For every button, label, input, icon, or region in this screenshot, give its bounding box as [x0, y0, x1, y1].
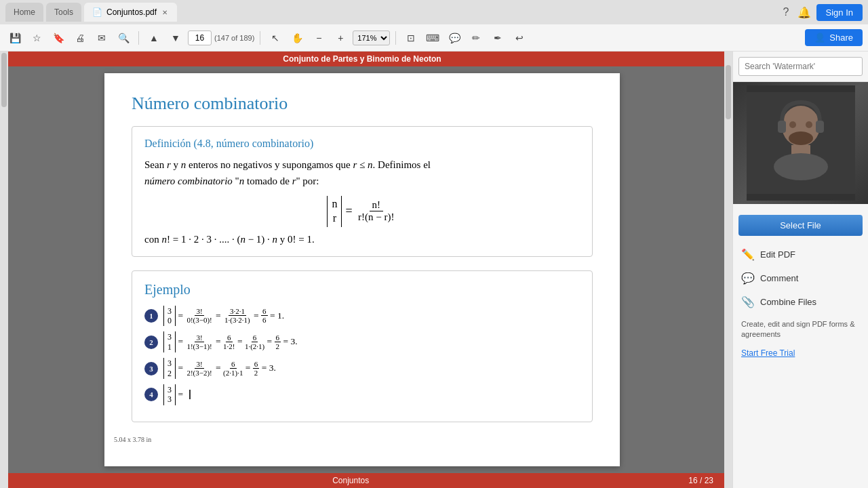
pdf-header-text: Conjunto de Partes y Binomio de Neoton: [283, 54, 441, 64]
toolbar: 💾 ☆ 🔖 🖨 ✉ 🔍 ▲ ▼ (147 of 189) ↖ ✋ − + 171…: [0, 24, 868, 52]
example-item-4: 4 33 = |: [144, 384, 580, 405]
bullet-4: 4: [144, 388, 158, 401]
cursor-tool-icon[interactable]: ↖: [266, 28, 285, 47]
start-trial-link[interactable]: Start Free Trial: [738, 346, 863, 361]
left-scroll[interactable]: [0, 52, 8, 488]
binomial-formula: n r = n! r!(n − r)!: [144, 196, 580, 227]
zoom-icon[interactable]: 🔍: [114, 28, 133, 47]
webcam-svg: [747, 85, 855, 201]
pdf-footer-center-label: Conjuntos: [332, 476, 369, 485]
search-watermark-input[interactable]: [738, 57, 863, 76]
keyboard-icon[interactable]: ⌨: [423, 28, 442, 47]
example-item-1: 1 30 = 3! 0!(3−0)! = 3·2·1 1·(3·2·1): [144, 306, 580, 327]
print-icon[interactable]: 🖨: [71, 28, 90, 47]
share-label: Share: [829, 33, 853, 43]
hand-tool-icon[interactable]: ✋: [288, 28, 307, 47]
bookmark2-icon[interactable]: 🔖: [49, 28, 68, 47]
factorials-line: con n! = 1 · 2 · 3 · .... · (n − 1) · n …: [144, 234, 580, 245]
comment-tool-icon[interactable]: 💬: [445, 28, 464, 47]
panel-actions: Select File ✏️ Edit PDF 💬 Comment 📎 Comb…: [733, 209, 868, 366]
math-2: 31 = 3! 1!(3−1)! = 6 1·2! =: [163, 331, 298, 352]
math-1: 30 = 3! 0!(3−0)! = 3·2·1 1·(3·2·1) =: [163, 306, 284, 327]
edit-pdf-item[interactable]: ✏️ Edit PDF: [738, 243, 863, 266]
page-number-input[interactable]: [188, 30, 212, 45]
pdf-footer: . Conjuntos 16 / 23: [0, 473, 724, 488]
svg-rect-9: [747, 85, 855, 92]
webcam-area: [733, 82, 868, 204]
page-size-indicator: 5.04 x 3.78 in: [111, 434, 154, 445]
math-3: 32 = 3! 2!(3−2)! = 6 (2·1)·1 =: [163, 358, 276, 379]
definition-box: Definición (4.8, número combinatorio) Se…: [132, 126, 593, 257]
next-page-icon[interactable]: ▼: [166, 28, 185, 47]
combine-icon: 📎: [741, 296, 755, 308]
draw-icon[interactable]: ✒: [488, 28, 507, 47]
highlight-icon[interactable]: ✏: [467, 28, 486, 47]
zoom-select[interactable]: 171% 100% 150%: [353, 30, 390, 45]
pdf-footer-right-label: 16 / 23: [688, 476, 713, 485]
tab-bar: Home Tools 📄 Conjuntos.pdf ✕ ? 🔔 Sign In: [0, 0, 868, 24]
svg-rect-10: [747, 194, 855, 201]
separator-1: [138, 31, 139, 45]
webcam-video: [733, 82, 868, 204]
main-area: Conjunto de Partes y Binomio de Neoton N…: [0, 52, 868, 488]
example-box: Ejemplo 1 30 = 3! 0!(3−0)! = 3·2·1: [132, 270, 593, 422]
tab-tools[interactable]: Tools: [46, 3, 81, 22]
select-file-button[interactable]: Select File: [738, 215, 863, 236]
page-info-label: (147 of 189): [214, 34, 254, 42]
help-icon[interactable]: ?: [781, 3, 792, 21]
tab-tools-label: Tools: [54, 7, 73, 17]
separator-2: [260, 31, 260, 45]
definition-title: Definición (4.8, número combinatorio): [144, 138, 580, 150]
search-bar: [733, 52, 868, 82]
tab-pdf[interactable]: 📄 Conjuntos.pdf ✕: [84, 3, 177, 22]
svg-point-4: [789, 121, 796, 128]
pdf-viewer: Conjunto de Partes y Binomio de Neoton N…: [0, 52, 724, 488]
pdf-header-bar: Conjunto de Partes y Binomio de Neoton: [0, 52, 724, 66]
mail-icon[interactable]: ✉: [92, 28, 111, 47]
share-button[interactable]: 👤 Share: [805, 29, 863, 46]
bookmark-icon[interactable]: ☆: [27, 28, 46, 47]
panel-description: Create, edit and sign PDF forms & agreem…: [738, 314, 863, 346]
comment-label: Comment: [760, 273, 798, 283]
edit-pdf-label: Edit PDF: [760, 249, 795, 260]
math-4: 33 = |: [163, 384, 191, 405]
svg-point-5: [806, 121, 812, 128]
pdf-page: Número combinatorio Definición (4.8, núm…: [104, 73, 620, 466]
def-text-line1: Sean r y n enteros no negativos y supong…: [144, 159, 431, 170]
example-title: Ejemplo: [144, 282, 580, 298]
combine-files-item[interactable]: 📎 Combine Files: [738, 290, 863, 314]
right-scroll-track[interactable]: [724, 52, 732, 488]
bullet-2: 2: [144, 336, 158, 349]
close-tab-icon[interactable]: ✕: [161, 9, 169, 16]
prev-page-icon[interactable]: ▲: [144, 28, 163, 47]
pdf-page-title: Número combinatorio: [132, 94, 593, 114]
share-icon: 👤: [814, 33, 825, 43]
svg-rect-3: [816, 121, 824, 133]
bullet-3: 3: [144, 362, 158, 375]
separator-3: [395, 31, 396, 45]
save-icon[interactable]: 💾: [5, 28, 24, 47]
definition-text: Sean r y n enteros no negativos y supong…: [144, 157, 580, 189]
zoom-out-icon[interactable]: −: [309, 28, 328, 47]
tab-home[interactable]: Home: [5, 3, 43, 22]
example-item-2: 2 31 = 3! 1!(3−1)! = 6 1·2!: [144, 331, 580, 352]
comment-item[interactable]: 💬 Comment: [738, 266, 863, 290]
svg-rect-2: [778, 121, 786, 133]
example-item-3: 3 32 = 3! 2!(3−2)! = 6 (2·1)·1: [144, 358, 580, 379]
sign-in-button[interactable]: Sign In: [816, 4, 863, 21]
combine-files-label: Combine Files: [760, 297, 816, 307]
edit-pdf-icon: ✏️: [741, 248, 755, 261]
bullet-1: 1: [144, 309, 158, 323]
right-panel: Select File ✏️ Edit PDF 💬 Comment 📎 Comb…: [732, 52, 868, 488]
tab-home-label: Home: [14, 7, 35, 17]
svg-point-6: [789, 131, 813, 145]
comment-icon: 💬: [741, 272, 755, 285]
stamp-icon[interactable]: ↩: [510, 28, 529, 47]
zoom-in-icon[interactable]: +: [331, 28, 350, 47]
select-tool-icon[interactable]: ⊡: [401, 28, 420, 47]
def-text-line2: número combinatorio: [144, 176, 233, 186]
pdf-icon: 📄: [92, 7, 102, 17]
svg-point-8: [774, 153, 828, 180]
notification-icon[interactable]: 🔔: [795, 3, 814, 22]
tab-pdf-label: Conjuntos.pdf: [106, 7, 157, 17]
